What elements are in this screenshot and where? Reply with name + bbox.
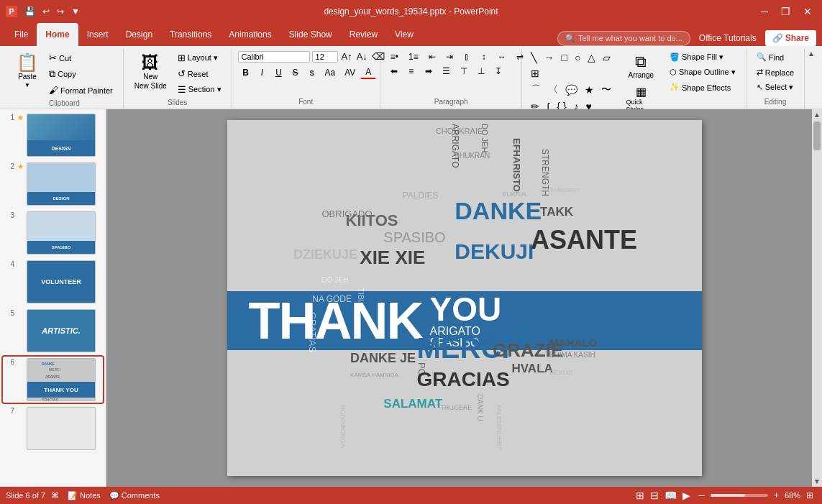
new-slide-icon: 🖼 <box>142 54 159 71</box>
italic-button[interactable]: I <box>255 65 270 79</box>
shape-callout-button[interactable]: 💬 <box>562 82 580 98</box>
tab-review[interactable]: Review <box>341 23 386 46</box>
reading-view-button[interactable]: 📖 <box>662 489 679 502</box>
notes-button[interactable]: 📝 Notes <box>65 490 104 502</box>
save-button[interactable]: 💾 <box>22 5 38 18</box>
slide-thumb-3[interactable]: 3 ★ SPASIBO <box>3 210 103 256</box>
office-tutorials-link[interactable]: Office Tutorials <box>693 30 762 46</box>
undo-button[interactable]: ↩ <box>40 5 52 18</box>
tab-file[interactable]: File <box>6 23 37 46</box>
slide-sorter-button[interactable]: ⊟ <box>648 489 661 502</box>
increase-indent-button[interactable]: ⇥ <box>442 50 457 63</box>
shape-arrow-button[interactable]: → <box>541 50 557 65</box>
slide-thumb-1[interactable]: 1 ★ DESIGN <box>3 112 103 158</box>
tab-transitions[interactable]: Transitions <box>161 23 220 46</box>
shape-more-button[interactable]: ⊞ <box>528 66 542 81</box>
zoom-out-button[interactable]: ─ <box>695 489 708 502</box>
slideshow-view-button[interactable]: ▶ <box>680 489 693 502</box>
shape-tri-button[interactable]: △ <box>585 50 598 65</box>
redo-button[interactable]: ↪ <box>54 5 67 18</box>
case-button[interactable]: Aa <box>321 65 340 79</box>
align-center-button[interactable]: ≡ <box>403 65 419 78</box>
customize-quick-access-button[interactable]: ▼ <box>68 5 83 18</box>
paragraph-label: Paragraph <box>386 96 516 107</box>
shape-circle-button[interactable]: ○ <box>572 50 583 65</box>
slide-thumb-5[interactable]: 5 ★ ARTISTIC. <box>3 308 103 354</box>
shape-rect-button[interactable]: □ <box>558 50 570 65</box>
tab-design[interactable]: Design <box>117 23 161 46</box>
align-right-button[interactable]: ➡ <box>421 65 437 78</box>
ribbon-collapse-button[interactable]: ▲ <box>806 49 816 58</box>
shape-effects-button[interactable]: ✨ Shape Effects <box>665 81 740 94</box>
underline-button[interactable]: U <box>271 65 287 79</box>
cut-button[interactable]: ✂ Cut <box>45 50 117 65</box>
align-left-button[interactable]: ⬅ <box>386 65 402 78</box>
shape-bracket-button[interactable]: 〈 <box>545 82 561 98</box>
shape-para-button[interactable]: ▱ <box>600 50 613 65</box>
copy-button[interactable]: ⧉ Copy <box>45 66 117 82</box>
align-middle-button[interactable]: ⊥ <box>473 65 489 78</box>
align-bottom-button[interactable]: ↧ <box>490 65 506 78</box>
find-button[interactable]: 🔍 Find <box>752 50 788 64</box>
slide-canvas[interactable]: DANKE EFHARISTO STRENGTH ARRIGATO DO JEH… <box>227 120 702 476</box>
drawing-right-col: ⧉ Arrange ▦ Quick Styles <box>620 50 662 115</box>
tab-home[interactable]: Home <box>37 23 78 46</box>
restore-button[interactable]: ❐ <box>777 4 795 19</box>
shape-star-button[interactable]: ★ <box>582 82 597 98</box>
scroll-thumb[interactable] <box>813 122 821 150</box>
font-name-input[interactable] <box>238 51 310 63</box>
shape-wave-button[interactable]: 〜 <box>598 82 614 98</box>
numbering-button[interactable]: 1≡ <box>404 50 423 63</box>
tell-me-input[interactable]: 🔍 Tell me what you want to do... <box>557 31 690 46</box>
justify-button[interactable]: ☰ <box>438 65 455 78</box>
shape-curved-button[interactable]: ⌒ <box>528 82 544 98</box>
format-painter-button[interactable]: 🖌 Format Painter <box>45 83 117 98</box>
fit-slide-button[interactable]: ⊞ <box>803 489 816 502</box>
replace-button[interactable]: ⇄ Replace <box>752 65 798 79</box>
select-button[interactable]: ↖ Select ▾ <box>752 81 798 94</box>
scroll-down-button[interactable]: ▼ <box>812 476 822 487</box>
normal-view-button[interactable]: ⊞ <box>634 489 647 502</box>
font-decrease-button[interactable]: A↓ <box>355 50 369 63</box>
slide-thumb-7[interactable]: 7 ★ <box>3 406 103 452</box>
direction-button[interactable]: ↔ <box>493 50 511 63</box>
close-button[interactable]: ✕ <box>799 4 816 19</box>
char-spacing-button[interactable]: AV <box>340 65 360 79</box>
minimize-button[interactable]: ─ <box>757 4 772 19</box>
tab-slideshow[interactable]: Slide Show <box>280 23 341 46</box>
slide-num-6: 6 <box>4 358 14 366</box>
decrease-indent-button[interactable]: ⇤ <box>424 50 440 63</box>
tab-view[interactable]: View <box>386 23 422 46</box>
ribbon-tabs: File Home Insert Design Transitions Anim… <box>0 23 822 46</box>
bullets-button[interactable]: ≡• <box>386 50 403 63</box>
scroll-up-button[interactable]: ▲ <box>812 109 822 120</box>
bold-button[interactable]: B <box>238 65 254 79</box>
zoom-slider[interactable] <box>711 494 768 497</box>
shape-outline-button[interactable]: ⬡ Shape Outline ▾ <box>665 65 740 79</box>
shape-line-button[interactable]: ╲ <box>528 50 539 65</box>
shape-fill-button[interactable]: 🪣 Shape Fill ▾ <box>665 50 740 64</box>
font-size-input[interactable] <box>312 51 338 63</box>
layout-button[interactable]: ⊞ Layout ▾ <box>173 50 226 65</box>
columns-button[interactable]: ⫿ <box>459 50 475 63</box>
line-spacing-button[interactable]: ↕ <box>476 50 492 63</box>
tab-insert[interactable]: Insert <box>78 23 117 46</box>
paste-button[interactable]: 📋 Paste ▼ <box>12 50 43 92</box>
shadow-button[interactable]: s <box>304 65 320 79</box>
reset-button[interactable]: ↺ Reset <box>173 66 226 81</box>
wc-choukraie: CHOUKRAIE <box>436 127 483 135</box>
slide-thumb-6[interactable]: 6 ★ THANK YOU DANKE MERCI ASANTE GRACIAS <box>3 357 103 403</box>
slide-thumb-2[interactable]: 2 ★ DESIGN <box>3 161 103 207</box>
align-top-button[interactable]: ⊤ <box>456 65 472 78</box>
strikethrough-button[interactable]: S <box>288 65 303 79</box>
slide-thumb-4[interactable]: 4 ★ VOLUNTEER <box>3 259 103 305</box>
font-color-button[interactable]: A <box>360 65 376 79</box>
section-button[interactable]: ☰ Section ▾ <box>173 82 226 97</box>
arrange-button[interactable]: ⧉ Arrange <box>620 50 662 81</box>
new-slide-button[interactable]: 🖼 New New Slide <box>129 50 172 93</box>
zoom-in-button[interactable]: + <box>771 489 782 502</box>
font-increase-button[interactable]: A↑ <box>340 50 354 63</box>
tab-animations[interactable]: Animations <box>220 23 280 46</box>
comments-button[interactable]: 💬 Comments <box>106 490 163 502</box>
share-button[interactable]: 🔗 Share <box>765 30 816 46</box>
